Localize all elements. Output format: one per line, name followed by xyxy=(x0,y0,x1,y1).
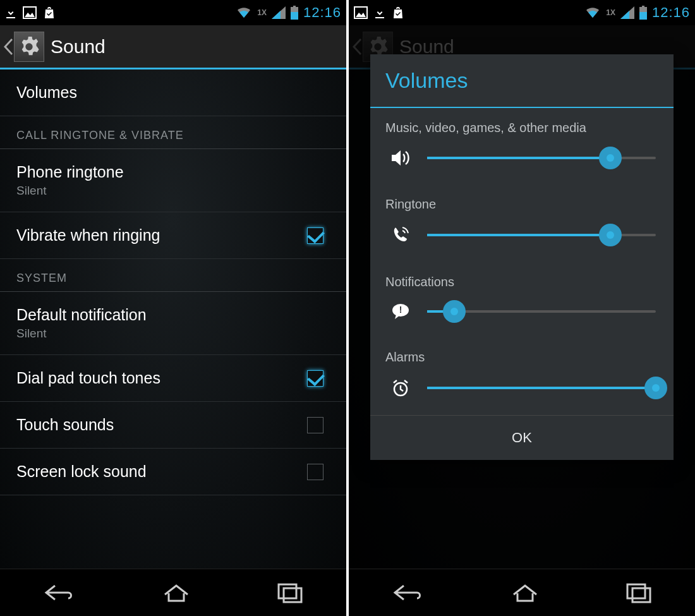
dialog-scrim[interactable]: Volumes Music, video, games, & other med… xyxy=(349,25,695,569)
item-label: Vibrate when ringing xyxy=(16,226,307,245)
svg-rect-7 xyxy=(279,584,296,598)
status-bar: 1X 12:16 xyxy=(0,0,346,25)
item-sublabel: Silent xyxy=(16,184,330,198)
settings-list: Volumes CALL RINGTONE & VIBRATE Phone ri… xyxy=(0,69,346,569)
speaker-icon xyxy=(388,149,413,167)
volumes-item[interactable]: Volumes xyxy=(0,69,346,116)
status-bar: 1X 12:16 xyxy=(349,0,695,25)
alarm-clock-icon xyxy=(388,378,413,397)
screen-lock-checkbox[interactable] xyxy=(307,464,323,480)
download-icon xyxy=(374,6,385,19)
svg-rect-15 xyxy=(639,12,647,20)
notifications-slider[interactable] xyxy=(427,310,656,313)
phone-right: 1X 12:16 Sound Volumes Music, video xyxy=(349,0,695,616)
section-header-ringtone: CALL RINGTONE & VIBRATE xyxy=(0,116,346,149)
nav-bar xyxy=(349,569,695,616)
volumes-dialog: Volumes Music, video, games, & other med… xyxy=(370,54,674,460)
item-sublabel: Silent xyxy=(16,327,330,341)
svg-rect-8 xyxy=(284,588,301,602)
ringtone-slider[interactable] xyxy=(427,234,656,236)
slider-fill xyxy=(427,234,610,236)
item-label: Volumes xyxy=(16,83,330,102)
ringtone-volume-row: Ringtone xyxy=(370,184,674,262)
nav-bar xyxy=(0,569,346,616)
alarms-slider[interactable] xyxy=(427,387,656,389)
network-1x-label: 1X xyxy=(606,8,615,17)
touch-sounds-checkbox[interactable] xyxy=(307,417,323,433)
battery-icon xyxy=(291,6,298,20)
media-slider[interactable] xyxy=(427,157,656,159)
signal-icon xyxy=(272,6,286,19)
wifi-icon xyxy=(236,6,252,19)
ok-button[interactable]: OK xyxy=(370,415,674,460)
svg-marker-10 xyxy=(356,13,366,17)
item-label: Dial pad touch tones xyxy=(16,369,307,387)
slider-label: Ringtone xyxy=(385,197,658,212)
notification-bubble-icon: ! xyxy=(388,303,413,320)
download-icon xyxy=(5,6,16,19)
dialpad-tones-item[interactable]: Dial pad touch tones xyxy=(0,355,346,402)
svg-marker-12 xyxy=(620,11,629,19)
svg-rect-5 xyxy=(293,6,296,7)
svg-rect-6 xyxy=(291,12,298,20)
media-volume-row: Music, video, games, & other media xyxy=(370,108,674,184)
wifi-icon xyxy=(584,6,601,19)
svg-marker-3 xyxy=(272,11,281,19)
slider-label: Music, video, games, & other media xyxy=(385,121,658,135)
network-1x-label: 1X xyxy=(257,8,267,17)
item-label: Screen lock sound xyxy=(16,462,307,481)
action-bar[interactable]: Sound xyxy=(0,25,346,69)
settings-gear-icon xyxy=(14,32,44,62)
picture-icon xyxy=(354,6,368,19)
shopping-icon xyxy=(43,6,56,20)
shopping-icon xyxy=(392,6,404,20)
battery-icon xyxy=(639,6,647,20)
slider-thumb[interactable] xyxy=(599,224,622,246)
phone-ring-icon xyxy=(388,226,413,245)
nav-recent-icon[interactable] xyxy=(276,582,304,603)
status-clock: 12:16 xyxy=(652,4,690,21)
dialpad-checkbox[interactable] xyxy=(307,370,323,387)
slider-thumb[interactable] xyxy=(443,300,466,323)
vibrate-checkbox[interactable] xyxy=(307,227,323,244)
signal-icon xyxy=(620,6,634,19)
svg-rect-19 xyxy=(627,584,645,598)
slider-fill xyxy=(427,157,610,159)
dialog-title: Volumes xyxy=(370,54,674,108)
section-header-system: SYSTEM xyxy=(0,259,346,292)
nav-back-icon[interactable] xyxy=(391,582,425,603)
phone-ringtone-item[interactable]: Phone ringtone Silent xyxy=(0,149,346,212)
vibrate-when-ringing-item[interactable]: Vibrate when ringing xyxy=(0,212,346,259)
page-title: Sound xyxy=(51,36,106,57)
svg-rect-14 xyxy=(642,6,644,7)
nav-recent-icon[interactable] xyxy=(625,582,653,603)
item-label: Default notification xyxy=(16,306,330,324)
slider-fill xyxy=(427,387,656,389)
status-clock: 12:16 xyxy=(303,4,341,21)
screen-lock-sound-item[interactable]: Screen lock sound xyxy=(0,449,346,495)
svg-text:!: ! xyxy=(399,305,402,315)
nav-home-icon[interactable] xyxy=(161,582,191,603)
slider-label: Notifications xyxy=(385,275,658,289)
item-label: Touch sounds xyxy=(16,416,307,434)
slider-thumb[interactable] xyxy=(644,377,667,399)
picture-icon xyxy=(23,6,37,19)
nav-back-icon[interactable] xyxy=(42,582,76,603)
phone-left: 1X 12:16 Sound Volumes CALL RINGTONE & V… xyxy=(0,0,346,616)
back-icon[interactable] xyxy=(3,37,14,56)
slider-thumb[interactable] xyxy=(599,147,622,169)
svg-marker-1 xyxy=(25,13,35,17)
svg-rect-20 xyxy=(632,588,650,602)
notifications-volume-row: Notifications ! xyxy=(370,262,674,337)
item-label: Phone ringtone xyxy=(16,163,330,181)
default-notification-item[interactable]: Default notification Silent xyxy=(0,292,346,355)
alarms-volume-row: Alarms xyxy=(370,337,674,415)
nav-home-icon[interactable] xyxy=(510,582,540,603)
slider-label: Alarms xyxy=(385,350,658,365)
touch-sounds-item[interactable]: Touch sounds xyxy=(0,402,346,449)
